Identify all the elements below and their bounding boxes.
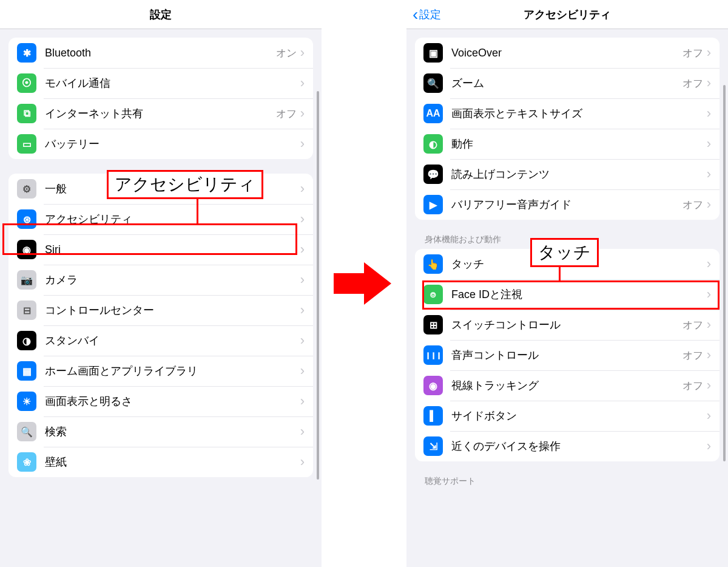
hotspot-value: オフ <box>276 107 297 121</box>
motion-icon: ◐ <box>423 134 443 154</box>
settings-row-bluetooth[interactable]: ✱Bluetoothオン› <box>8 38 313 68</box>
chevron-right-icon: › <box>300 395 305 408</box>
face-id-icon: ⌾ <box>423 285 443 304</box>
settings-row-control-center[interactable]: ⊟コントロールセンター› <box>8 295 313 325</box>
navbar-title: 設定 <box>150 7 172 22</box>
zoom-icon: 🔍 <box>423 73 443 93</box>
scrollbar[interactable] <box>317 91 319 480</box>
standby-label: スタンバイ <box>45 333 300 348</box>
cellular-label: モバイル通信 <box>45 76 300 90</box>
accessibility-row-display-text[interactable]: AA画面表示とテキストサイズ› <box>415 98 720 129</box>
home-screen-icon: ▦ <box>17 361 36 381</box>
arrow-icon <box>334 262 394 305</box>
control-center-icon: ⊟ <box>17 300 36 320</box>
accessibility-icon: ⊛ <box>17 209 36 229</box>
bluetooth-value: オン <box>276 46 297 60</box>
chevron-right-icon: › <box>300 212 305 226</box>
callout-touch-label: タッチ <box>530 238 599 267</box>
navbar-left: 設定 <box>0 0 322 29</box>
settings-content[interactable]: ✱Bluetoothオン›⦿モバイル通信›⧉インターネット共有オフ›▭バッテリー… <box>0 38 322 504</box>
callout-line <box>197 195 198 225</box>
settings-group-general: ⚙一般›⊛アクセシビリティ›◉Siri›📷カメラ›⊟コントロールセンター›◑スタ… <box>8 174 313 477</box>
navbar-right: ‹ 設定 アクセシビリティ <box>406 0 728 29</box>
settings-row-siri[interactable]: ◉Siri› <box>8 234 313 265</box>
accessibility-row-voiceover[interactable]: ▣VoiceOverオフ› <box>415 38 720 68</box>
section-header-hearing: 聴覚サポート <box>425 476 710 487</box>
scrollbar[interactable] <box>723 85 726 461</box>
chevron-right-icon: › <box>707 107 711 120</box>
back-label: 設定 <box>419 7 441 22</box>
control-center-label: コントロールセンター <box>45 303 300 317</box>
face-id-label: Face IDと注視 <box>451 287 707 302</box>
chevron-right-icon: › <box>707 46 711 59</box>
general-icon: ⚙ <box>17 179 36 199</box>
battery-icon: ▭ <box>17 134 36 154</box>
nearby-devices-icon: ⇲ <box>423 436 443 456</box>
display-icon: ☀ <box>17 392 36 411</box>
accessibility-content[interactable]: ▣VoiceOverオフ›🔍ズームオフ›AA画面表示とテキストサイズ›◐動作›💬… <box>406 38 728 503</box>
accessibility-group-physical: 👆タッチ›⌾Face IDと注視›⊞スイッチコントロールオフ›❙❙❙音声コントロ… <box>415 249 720 461</box>
eye-tracking-label: 視線トラッキング <box>451 378 682 393</box>
settings-row-display[interactable]: ☀画面表示と明るさ› <box>8 386 313 416</box>
nearby-devices-label: 近くのデバイスを操作 <box>451 439 707 453</box>
navbar-title: アクセシビリティ <box>524 7 611 22</box>
chevron-right-icon: › <box>707 348 711 362</box>
accessibility-row-zoom[interactable]: 🔍ズームオフ› <box>415 68 720 98</box>
chevron-right-icon: › <box>707 257 711 271</box>
chevron-right-icon: › <box>300 425 305 438</box>
chevron-right-icon: › <box>707 409 711 423</box>
accessibility-row-eye-tracking[interactable]: ◉視線トラッキングオフ› <box>415 370 720 401</box>
motion-label: 動作 <box>451 137 707 151</box>
settings-row-hotspot[interactable]: ⧉インターネット共有オフ› <box>8 98 313 129</box>
chevron-right-icon: › <box>300 455 305 469</box>
accessibility-group-vision: ▣VoiceOverオフ›🔍ズームオフ›AA画面表示とテキストサイズ›◐動作›💬… <box>415 38 720 220</box>
battery-label: バッテリー <box>45 137 300 151</box>
cellular-icon: ⦿ <box>17 73 36 93</box>
accessibility-row-side-button[interactable]: ▌サイドボタン› <box>415 401 720 431</box>
transition-gap <box>322 0 406 567</box>
audio-descriptions-icon: ▶ <box>423 195 443 214</box>
zoom-label: ズーム <box>451 76 682 90</box>
chevron-right-icon: › <box>707 440 711 453</box>
back-button[interactable]: ‹ 設定 <box>413 6 441 23</box>
accessibility-row-switch-control[interactable]: ⊞スイッチコントロールオフ› <box>415 310 720 340</box>
settings-row-battery[interactable]: ▭バッテリー› <box>8 129 313 159</box>
settings-row-wallpaper[interactable]: ❀壁紙› <box>8 447 313 477</box>
chevron-right-icon: › <box>300 243 305 256</box>
accessibility-row-voice-control[interactable]: ❙❙❙音声コントロールオフ› <box>415 340 720 370</box>
accessibility-row-face-id[interactable]: ⌾Face IDと注視› <box>415 279 720 310</box>
bluetooth-label: Bluetooth <box>45 47 276 59</box>
bluetooth-icon: ✱ <box>17 43 36 63</box>
chevron-right-icon: › <box>707 198 711 211</box>
accessibility-screen: ‹ 設定 アクセシビリティ ▣VoiceOverオフ›🔍ズームオフ›AA画面表示… <box>406 0 728 567</box>
accessibility-label: アクセシビリティ <box>45 212 300 226</box>
accessibility-row-nearby-devices[interactable]: ⇲近くのデバイスを操作› <box>415 431 720 461</box>
settings-row-home-screen[interactable]: ▦ホーム画面とアプリライブラリ› <box>8 356 313 386</box>
settings-row-cellular[interactable]: ⦿モバイル通信› <box>8 68 313 98</box>
chevron-right-icon: › <box>300 182 305 195</box>
search-icon: 🔍 <box>17 422 36 441</box>
settings-row-accessibility[interactable]: ⊛アクセシビリティ› <box>8 204 313 234</box>
settings-row-camera[interactable]: 📷カメラ› <box>8 265 313 295</box>
display-text-label: 画面表示とテキストサイズ <box>451 106 707 121</box>
settings-row-search[interactable]: 🔍検索› <box>8 416 313 447</box>
accessibility-row-audio-descriptions[interactable]: ▶バリアフリー音声ガイドオフ› <box>415 189 720 220</box>
chevron-right-icon: › <box>300 46 305 59</box>
siri-label: Siri <box>45 243 300 256</box>
settings-row-standby[interactable]: ◑スタンバイ› <box>8 325 313 356</box>
eye-tracking-value: オフ <box>682 379 703 393</box>
voiceover-label: VoiceOver <box>451 47 682 59</box>
chevron-right-icon: › <box>300 334 305 347</box>
touch-icon: 👆 <box>423 254 443 274</box>
accessibility-row-motion[interactable]: ◐動作› <box>415 129 720 159</box>
search-label: 検索 <box>45 424 300 439</box>
wallpaper-icon: ❀ <box>17 452 36 472</box>
camera-icon: 📷 <box>17 270 36 290</box>
accessibility-row-spoken-content[interactable]: 💬読み上げコンテンツ› <box>415 159 720 189</box>
switch-control-label: スイッチコントロール <box>451 317 682 332</box>
home-screen-label: ホーム画面とアプリライブラリ <box>45 364 300 378</box>
voiceover-value: オフ <box>682 46 703 60</box>
chevron-right-icon: › <box>707 379 711 392</box>
hotspot-icon: ⧉ <box>17 104 36 123</box>
side-button-icon: ▌ <box>423 406 443 426</box>
